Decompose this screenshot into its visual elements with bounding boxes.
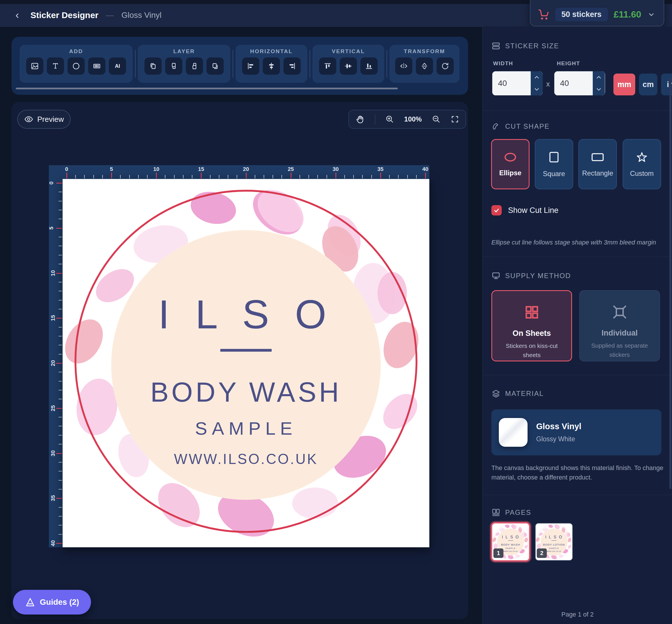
check-icon [493,207,500,213]
width-step-up[interactable] [531,71,543,83]
toolbar-separator [386,50,387,78]
height-step-up[interactable] [593,71,605,83]
cart-summary[interactable]: 50 stickers £11.60 [530,0,664,26]
zoom-out-button[interactable] [432,114,441,124]
zoom-in-button[interactable] [385,114,394,124]
zoom-level: 100% [404,115,422,123]
toolbar-group-transform: TRANSFORM [389,45,459,83]
send-to-back-button[interactable] [207,57,224,75]
bring-forward-button[interactable] [165,57,182,75]
align-top-button[interactable] [319,57,336,75]
sticker-size-title: STICKER SIZE [505,42,559,50]
width-field[interactable] [492,71,543,95]
width-step-down[interactable] [531,83,543,95]
supply-option-description: Supplied as separate stickers [588,341,651,359]
toolbar-group-add: ADD AI [20,45,133,83]
add-ai-button[interactable]: AI [109,57,126,75]
add-barcode-button[interactable] [88,57,105,75]
add-shape-button[interactable] [68,57,85,75]
height-field[interactable] [554,71,605,95]
brand-text: I L S O [545,535,563,539]
toolbar-group-horizontal: HORIZONTAL [236,45,307,83]
height-label: HEIGHT [557,60,580,67]
cut-shape-rectangle[interactable]: Rectangle [579,139,617,189]
send-backward-button[interactable] [186,57,203,75]
toolbar-group-layer: LAYER [138,45,230,83]
align-top-icon [323,62,332,70]
pan-tool-button[interactable] [355,114,365,124]
bring-forward-icon [169,62,178,70]
flip-vertical-button[interactable] [416,57,433,75]
align-left-button[interactable] [242,57,259,75]
supply-on-sheets[interactable]: On Sheets Stickers on kiss-cut sheets [491,290,572,361]
section-divider [483,495,672,495]
page-thumbnail-1[interactable]: I L S OBODY WASHSAMPLEWWW.ILSO.CO.UK 1 [492,523,529,560]
url-text: WWW.ILSO.CO.UK [504,551,518,552]
sample-text: SAMPLE [506,547,515,549]
pages-title: PAGES [505,509,531,517]
supply-individual[interactable]: Individual Supplied as separate stickers [579,290,660,361]
toolbar-group-label: TRANSFORM [404,48,445,55]
chevron-down-icon[interactable] [647,10,656,19]
cut-shape-custom[interactable]: Custom [623,139,661,189]
height-stepper[interactable] [593,71,605,95]
supply-option-description: Stickers on kiss-cut sheets [500,341,563,359]
material-finish: Glossy White [536,435,581,443]
add-image-button[interactable] [26,57,43,75]
fullscreen-button[interactable] [451,115,459,124]
page-thumbnail-2[interactable]: I L S OBODY LOTIONSAMPLEWWW.ILSO.CO.UK 2 [536,523,572,560]
guides-button[interactable]: Guides (2) [13,590,91,615]
height-step-down[interactable] [593,83,605,95]
sticker-design[interactable]: I L S OBODY WASHSAMPLEWWW.ILSO.CO.UK [62,179,429,547]
align-middle-button[interactable] [340,57,357,75]
material-card[interactable]: Gloss Vinyl Glossy White [491,409,662,456]
zoom-in-icon [385,114,394,124]
cut-shape-option-label: Custom [630,170,654,178]
ruler-corner [49,165,63,179]
zoom-controls-divider [375,114,375,124]
supply-method-icon [491,271,501,280]
zoom-out-icon [432,114,441,124]
sidebar-scrollbar[interactable] [669,78,671,489]
align-center-horizontal-button[interactable] [263,57,280,75]
show-cut-line-checkbox[interactable] [491,205,502,215]
rectangle-icon [591,151,604,163]
flip-horizontal-button[interactable] [395,57,412,75]
page-title: Sticker Designer [30,10,99,20]
toolbar-group-label: VERTICAL [332,48,365,55]
material-name: Gloss Vinyl [536,422,581,431]
sample-text: SAMPLE [195,418,297,439]
vertical-ruler: 0510152025303540 [49,179,62,547]
material-note: The canvas background shows this materia… [491,463,664,482]
send-backward-icon [190,62,199,70]
toolbar-scrollbar[interactable] [16,88,398,89]
rotate-button[interactable] [436,57,454,75]
cut-shape-square[interactable]: Square [535,139,573,189]
supply-method-title: SUPPLY METHOD [505,272,571,280]
sticker-size-header: STICKER SIZE [491,42,559,51]
align-center-horizontal-icon [267,62,276,70]
bring-to-front-button[interactable] [144,57,162,75]
rotate-icon [441,62,450,70]
text-icon [51,62,60,70]
pages-header: PAGES [491,508,531,517]
add-text-button[interactable] [47,57,64,75]
width-stepper[interactable] [531,71,543,95]
zoom-controls: 100% [348,110,466,129]
cut-shape-ellipse[interactable]: Ellipse [491,139,530,189]
width-input[interactable] [492,71,531,95]
back-button[interactable]: ‹ [16,10,19,20]
align-right-button[interactable] [284,57,301,75]
toolbar-separator [233,50,233,78]
sticker-stage[interactable]: I L S OBODY WASHSAMPLEWWW.ILSO.CO.UK [62,179,429,547]
height-input[interactable] [554,71,593,95]
align-bottom-button[interactable] [360,57,378,75]
barcode-icon [92,62,101,70]
unit-mm-button[interactable]: mm [613,74,635,95]
cut-shape-note: Ellipse cut line follows stage shape wit… [491,238,664,247]
brand-text: I L S O [502,535,519,539]
page-number-badge: 1 [493,548,504,558]
unit-cm-button[interactable]: cm [639,74,657,95]
section-divider [483,375,672,375]
preview-button[interactable]: Preview [17,110,71,129]
